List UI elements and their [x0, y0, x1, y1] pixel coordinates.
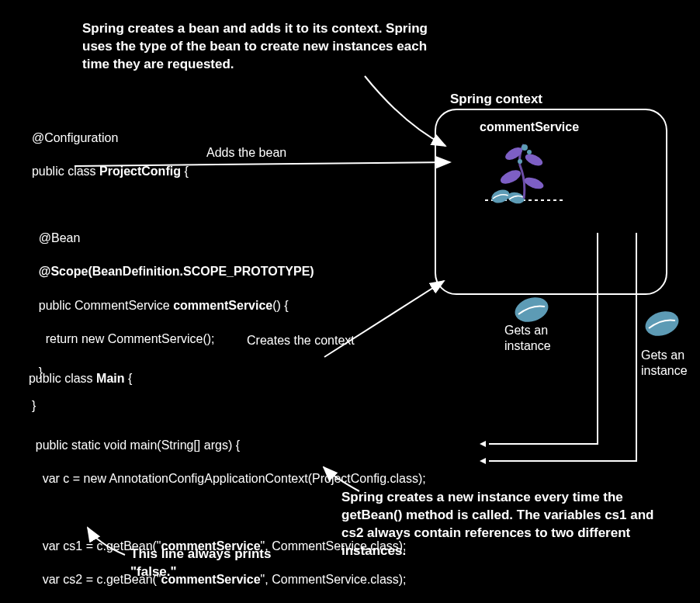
- svg-point-11: [643, 309, 681, 338]
- main-l1b: Main: [96, 372, 124, 385]
- config-l3: @Bean: [32, 231, 81, 244]
- svg-point-7: [522, 144, 528, 151]
- svg-marker-15: [480, 441, 486, 447]
- config-l2b: ProjectConfig: [99, 165, 181, 178]
- config-l5c: () {: [272, 299, 288, 312]
- gets-instance-label-1: Gets an instance: [504, 323, 551, 354]
- svg-point-10: [512, 295, 551, 324]
- svg-point-9: [518, 159, 522, 164]
- main-l3: var c = new AnnotationConfigApplicationC…: [29, 472, 426, 485]
- config-l1: @Configuration: [32, 131, 118, 144]
- config-l5a: public CommentService: [32, 299, 173, 312]
- context-title: Spring context: [450, 92, 542, 107]
- creates-context-label: Creates the context: [247, 334, 355, 348]
- gets-instance-label-2: Gets an instance: [641, 348, 688, 379]
- svg-point-4: [523, 175, 546, 191]
- main-l1c: {: [125, 372, 133, 385]
- adds-bean-label: Adds the bean: [206, 146, 286, 160]
- config-l2a: public class: [32, 165, 99, 178]
- svg-point-8: [527, 150, 532, 154]
- svg-marker-16: [480, 458, 486, 464]
- bean-plant-illustration: [481, 138, 567, 208]
- svg-point-3: [498, 168, 522, 187]
- bean-instance-icon-1: [512, 295, 551, 324]
- svg-point-6: [524, 151, 545, 168]
- config-l5b: commentService: [173, 299, 272, 312]
- service-name: commentService: [480, 120, 579, 134]
- bean-instance-icon-2: [643, 309, 681, 338]
- config-l4: @Scope(BeanDefinition.SCOPE_PROTOTYPE): [32, 265, 314, 278]
- bottom-right-annotation: Spring creates a new instance every time…: [341, 489, 667, 560]
- config-l2c: {: [181, 165, 189, 178]
- bottom-left-annotation: This line always prints "false.": [130, 546, 286, 581]
- config-l6: return new CommentService();: [32, 332, 215, 345]
- main-l2: public static void main(String[] args) {: [29, 438, 240, 452]
- main-l1a: public class: [29, 372, 96, 385]
- top-annotation: Spring creates a bean and adds it to its…: [82, 20, 455, 74]
